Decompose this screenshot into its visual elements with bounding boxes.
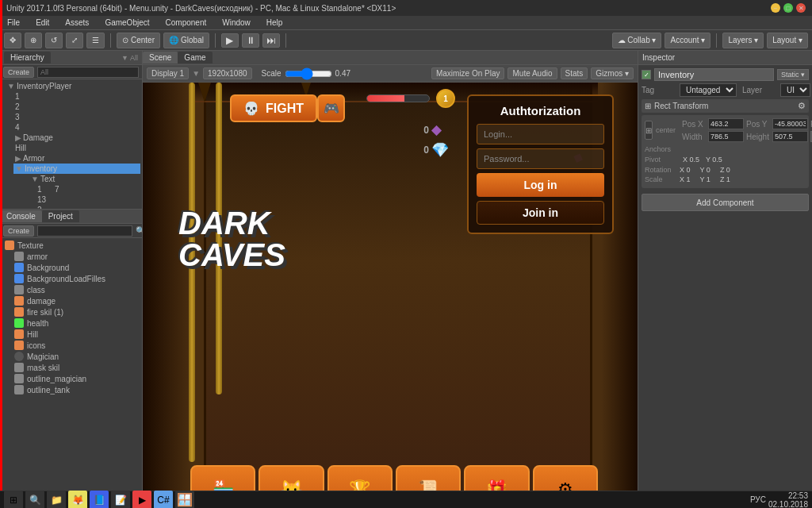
tool-rect[interactable]: ☰	[86, 33, 105, 48]
hierarchy-create-btn[interactable]: Create	[3, 67, 34, 78]
minimize-button[interactable]: −	[771, 3, 780, 13]
layout-button[interactable]: Layout ▾	[767, 33, 808, 48]
static-button[interactable]: Static ▾	[777, 69, 809, 80]
tool-move[interactable]: ⊕	[25, 33, 42, 48]
taskbar-app1[interactable]: 📁	[47, 491, 66, 509]
layers-button[interactable]: Layers ▾	[722, 33, 764, 48]
project-item[interactable]: Background	[2, 262, 140, 273]
pos-y-input[interactable]	[772, 118, 808, 129]
tag-row: Tag Untagged Layer UI	[642, 83, 809, 97]
login-button[interactable]: Log in	[477, 173, 604, 197]
taskbar-app2[interactable]: 🦊	[68, 491, 87, 509]
play-button[interactable]: ▶	[221, 33, 239, 48]
hier-item[interactable]: 7	[53, 184, 69, 194]
pos-x-input[interactable]	[708, 118, 744, 129]
project-item[interactable]: Hill	[2, 329, 140, 340]
project-item[interactable]: mask skil	[2, 362, 140, 373]
maximize-on-play-btn[interactable]: Maximize On Play	[431, 67, 505, 79]
login-input[interactable]	[477, 124, 604, 144]
mute-audio-btn[interactable]: Mute Audio	[508, 67, 557, 79]
project-item[interactable]: class	[2, 284, 140, 295]
taskbar-app3[interactable]: 📘	[90, 491, 109, 509]
menu-file[interactable]: File	[3, 17, 24, 28]
menu-assets[interactable]: Assets	[61, 17, 93, 28]
project-item-health[interactable]: health	[2, 318, 140, 329]
password-input[interactable]	[477, 148, 604, 169]
game-tab[interactable]: Game	[178, 52, 212, 64]
hier-item[interactable]: ▶Damage	[13, 133, 140, 143]
hier-item[interactable]: 2	[13, 102, 140, 112]
hier-item[interactable]: ▶Armor	[13, 153, 140, 164]
component-checkbox[interactable]: ✓	[642, 70, 651, 79]
layer-dropdown[interactable]: UI	[780, 83, 810, 97]
tool-rotate[interactable]: ↺	[45, 33, 63, 48]
project-item[interactable]: BackgroundLoadFilles	[2, 273, 140, 284]
menu-edit[interactable]: Edit	[32, 17, 53, 28]
menu-help[interactable]: Help	[262, 17, 287, 28]
gear-icon[interactable]: ⚙	[798, 101, 806, 111]
taskbar-app4[interactable]: 📝	[111, 491, 130, 509]
project-item[interactable]: armor	[2, 251, 140, 262]
console-tab[interactable]: Console	[0, 210, 42, 222]
project-item[interactable]: Magician	[2, 351, 140, 362]
hier-item[interactable]: 1	[13, 91, 140, 102]
stats-btn[interactable]: Stats	[561, 67, 588, 79]
project-item[interactable]: icons	[2, 340, 140, 351]
global-button[interactable]: 🌐 Global	[163, 33, 209, 48]
hier-item-inventory[interactable]: ▼Inventory	[13, 164, 140, 174]
taskbar-app6[interactable]: C#	[154, 491, 173, 509]
project-search-input[interactable]	[37, 225, 132, 237]
menu-component[interactable]: Component	[162, 17, 211, 28]
scale-slider[interactable]	[285, 70, 332, 78]
step-button[interactable]: ⏭	[262, 33, 280, 48]
project-tab[interactable]: Project	[42, 210, 79, 222]
anchor-icon[interactable]: ⊞	[645, 121, 653, 140]
hierarchy-search-input[interactable]	[37, 67, 139, 78]
project-item[interactable]: damage	[2, 295, 140, 306]
hier-item[interactable]: 4	[13, 122, 140, 133]
project-item[interactable]: fire skil (1)	[2, 306, 140, 318]
rect-transform-section[interactable]: ⊞ Rect Transform ⚙	[642, 99, 809, 113]
menu-gameobject[interactable]: GameObject	[101, 17, 153, 28]
resolution-selector[interactable]: 1920x1080	[203, 67, 252, 79]
project-item[interactable]: outline_magician	[2, 373, 140, 384]
hier-item[interactable]: ▼InventoryPlayer	[6, 81, 140, 91]
gizmos-btn[interactable]: Gizmos ▾	[591, 67, 634, 79]
taskbar-app5[interactable]: ▶	[132, 491, 151, 509]
add-component-button[interactable]: Add Component	[642, 194, 809, 211]
center-button[interactable]: ⊙ Center	[117, 33, 160, 48]
scene-tab[interactable]: Scene	[143, 52, 178, 64]
component-name-input[interactable]	[654, 68, 774, 81]
hier-item[interactable]: ▼Text	[29, 174, 140, 184]
rect-transform-fields: ⊞ center Pos X Pos Y Pos Z Width	[642, 115, 809, 188]
project-item[interactable]: outline_tank	[2, 384, 140, 395]
width-input[interactable]	[708, 131, 744, 142]
hier-item[interactable]: 1	[36, 184, 52, 194]
project-create-btn[interactable]: Create	[3, 225, 34, 237]
rot-x: X 0	[680, 166, 691, 174]
hier-item[interactable]: Hill	[13, 143, 140, 153]
collab-button[interactable]: ☁ Collab ▾	[612, 33, 662, 48]
hierarchy-search[interactable]: ▼ All	[121, 54, 138, 62]
project-item[interactable]: Texture	[2, 240, 140, 251]
pause-button[interactable]: ⏸	[242, 33, 259, 48]
hier-item[interactable]: 13	[36, 194, 140, 205]
height-input[interactable]	[772, 131, 808, 142]
tool-hand[interactable]: ✥	[4, 33, 21, 48]
display-selector[interactable]: Display 1	[147, 67, 189, 79]
hier-item[interactable]: 3	[13, 112, 140, 122]
start-button[interactable]: ⊞	[4, 491, 23, 509]
close-button[interactable]: ✕	[796, 3, 806, 13]
tag-dropdown[interactable]: Untagged	[680, 83, 737, 97]
tool-scale[interactable]: ⤢	[66, 33, 83, 48]
controller-button[interactable]: 🎮	[317, 94, 345, 122]
hier-item[interactable]: 2	[36, 205, 140, 209]
join-button[interactable]: Join in	[477, 201, 604, 225]
maximize-button[interactable]: □	[783, 3, 793, 13]
menu-window[interactable]: Window	[218, 17, 255, 28]
hierarchy-tab[interactable]: Hierarchy	[4, 52, 51, 64]
account-button[interactable]: Account ▾	[665, 33, 710, 48]
taskbar-app7[interactable]: 🪟	[175, 491, 194, 509]
search-taskbar-btn[interactable]: 🔍	[25, 491, 44, 509]
fight-button[interactable]: 💀 FIGHT	[230, 94, 317, 122]
